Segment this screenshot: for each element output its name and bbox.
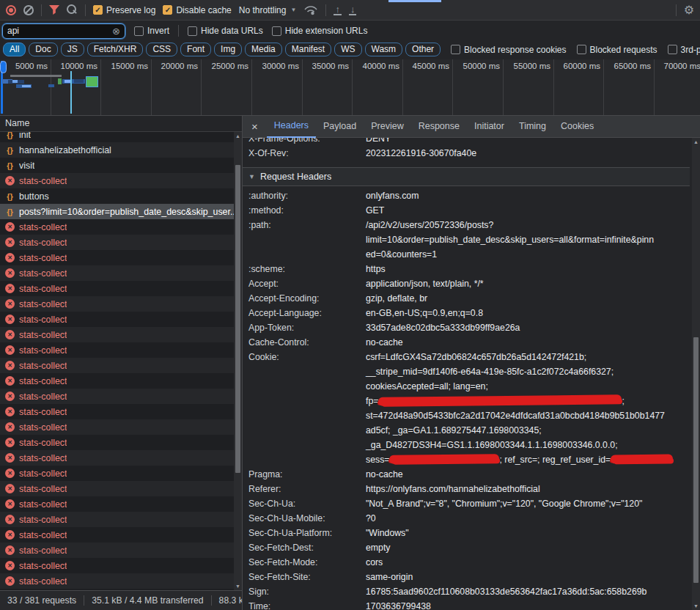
filter-pill-img[interactable]: Img xyxy=(214,43,242,56)
details-scrollbar[interactable]: ▲ ▼ xyxy=(692,138,700,610)
request-row[interactable]: ✕stats-collect xyxy=(0,527,234,543)
filter-pill-fetch-xhr[interactable]: Fetch/XHR xyxy=(87,43,144,56)
export-har-icon[interactable]: ↓ xyxy=(349,5,357,15)
request-row[interactable]: {}visit xyxy=(0,158,234,173)
scroll-up-icon[interactable]: ▲ xyxy=(234,132,242,140)
filter-pill-ws[interactable]: WS xyxy=(334,43,361,56)
name-column-header[interactable]: Name xyxy=(0,116,242,132)
record-network-log-icon[interactable] xyxy=(6,5,16,15)
request-row-selected[interactable]: {}posts?limit=10&order=publish_date_desc… xyxy=(0,204,234,219)
network-conditions-icon[interactable] xyxy=(303,4,318,15)
overview-timeline[interactable]: 5000 ms10000 ms15000 ms20000 ms25000 ms3… xyxy=(0,59,700,116)
filter-pill-doc[interactable]: Doc xyxy=(29,43,57,56)
request-list-scrollbar[interactable]: ▲ ▼ xyxy=(234,132,242,590)
blocked-requests-checkbox[interactable]: Blocked requests xyxy=(577,45,657,55)
invert-checkbox[interactable]: Invert xyxy=(134,26,169,36)
header-value-line: cookiesAccepted=all; lang=en; xyxy=(366,379,673,394)
fetch-json-icon: {} xyxy=(5,146,15,155)
request-row[interactable]: ✕stats-collect xyxy=(0,358,234,373)
filter-pill-js[interactable]: JS xyxy=(61,43,84,56)
header-value: empty xyxy=(366,540,391,555)
filter-pill-css[interactable]: CSS xyxy=(146,43,177,56)
request-row[interactable]: ✕stats-collect xyxy=(0,543,234,558)
right-scrollbar-thumb[interactable] xyxy=(693,337,699,583)
header-value-line: fp=; xyxy=(366,394,673,408)
tab-response[interactable]: Response xyxy=(411,116,467,138)
tab-payload[interactable]: Payload xyxy=(316,116,364,138)
request-row[interactable]: ✕stats-collect xyxy=(0,496,234,512)
request-row[interactable]: ✕stats-collect xyxy=(0,327,234,342)
left-scrollbar-thumb[interactable] xyxy=(235,165,240,473)
request-row[interactable]: ✕stats-collect xyxy=(0,342,234,358)
request-row[interactable]: ✕stats-collect xyxy=(0,173,234,188)
scroll-up-icon[interactable]: ▲ xyxy=(692,138,700,146)
request-row[interactable]: ✕stats-collect xyxy=(0,404,234,419)
request-row[interactable]: {}buttons xyxy=(0,188,234,204)
request-row[interactable]: ✕stats-collect xyxy=(0,466,234,481)
throttling-dropdown[interactable]: No throttling ▼ xyxy=(239,5,297,15)
filter-input[interactable] xyxy=(7,26,112,36)
redaction-scribble xyxy=(611,455,673,464)
blocked-response-cookies-checkbox[interactable]: Blocked response cookies xyxy=(451,45,566,55)
tab-initiator[interactable]: Initiator xyxy=(467,116,512,138)
tab-cookies[interactable]: Cookies xyxy=(553,116,601,138)
hide-data-urls-checkbox[interactable]: Hide data URLs xyxy=(188,26,263,36)
request-row[interactable]: {}hannahelizabethofficial xyxy=(0,142,234,158)
filter-input-box[interactable]: ⊗ xyxy=(2,23,125,39)
header-name: App-Token: xyxy=(248,320,366,335)
clear-filter-icon[interactable]: ⊗ xyxy=(112,26,120,37)
import-har-icon[interactable]: ↑ xyxy=(334,5,342,15)
request-name: stats-collect xyxy=(19,253,67,263)
request-row[interactable]: ✕stats-collect xyxy=(0,235,234,250)
request-name: stats-collect xyxy=(19,561,67,571)
request-row[interactable]: ✕stats-collect xyxy=(0,373,234,389)
request-row[interactable]: ✕stats-collect xyxy=(0,419,234,435)
filter-pill-media[interactable]: Media xyxy=(245,43,282,56)
request-row[interactable]: ✕stats-collect xyxy=(0,296,234,312)
clear-network-log-icon[interactable] xyxy=(23,5,34,15)
collapse-triangle-icon[interactable]: ▼ xyxy=(248,173,255,180)
filter-pill-wasm[interactable]: Wasm xyxy=(365,43,403,56)
request-row[interactable]: ✕stats-collect xyxy=(0,312,234,327)
request-row[interactable]: ✕stats-collect xyxy=(0,281,234,296)
request-row[interactable]: ✕stats-collect xyxy=(0,481,234,496)
request-row[interactable]: ✕stats-collect xyxy=(0,435,234,450)
filter-pill-manifest[interactable]: Manifest xyxy=(285,43,331,56)
scroll-down-icon[interactable]: ▼ xyxy=(234,582,242,590)
close-icon[interactable]: × xyxy=(248,120,267,133)
scroll-down-icon[interactable]: ▼ xyxy=(692,602,700,610)
filter-pill-font[interactable]: Font xyxy=(180,43,211,56)
filter-pill-all[interactable]: All xyxy=(3,43,26,56)
search-icon[interactable] xyxy=(67,4,78,15)
header-value-text: ; xyxy=(622,396,624,406)
header-name: Cache-Control: xyxy=(248,335,366,350)
header-value: /api2/v2/users/20572336/posts?limit=10&o… xyxy=(366,218,654,262)
request-row[interactable]: {}init xyxy=(0,132,234,142)
fetch-json-icon: {} xyxy=(5,192,15,201)
redaction-scribble xyxy=(378,394,622,405)
filter-icon[interactable] xyxy=(49,5,59,15)
error-icon: ✕ xyxy=(5,299,15,309)
error-icon: ✕ xyxy=(5,422,15,432)
tab-headers[interactable]: Headers xyxy=(267,116,316,138)
header-name: Sec-Ch-Ua-Mobile: xyxy=(248,511,366,526)
request-row[interactable]: ✕stats-collect xyxy=(0,389,234,404)
preserve-log-checkbox[interactable]: ✓ Preserve log xyxy=(93,5,155,15)
request-row[interactable]: ✕stats-collect xyxy=(0,573,234,589)
request-name: hannahelizabethofficial xyxy=(19,145,111,155)
tab-preview[interactable]: Preview xyxy=(364,116,410,138)
3rd-party-requests-checkbox[interactable]: 3rd-party requests xyxy=(668,45,700,55)
header-value-line: ad5cf; _ga=GA1.1.689275447.1698003345; xyxy=(366,423,673,438)
request-row[interactable]: ✕stats-collect xyxy=(0,250,234,265)
request-row[interactable]: ✕stats-collect xyxy=(0,512,234,527)
filter-pill-other[interactable]: Other xyxy=(405,43,441,56)
request-headers-section-header[interactable]: ▼ Request Headers xyxy=(243,167,690,186)
disable-cache-checkbox[interactable]: ✓ Disable cache xyxy=(163,5,231,15)
request-row[interactable]: ✕stats-collect xyxy=(0,558,234,573)
request-row[interactable]: ✕stats-collect xyxy=(0,265,234,281)
hide-extension-urls-checkbox[interactable]: Hide extension URLs xyxy=(272,26,368,36)
request-row[interactable]: ✕stats-collect xyxy=(0,450,234,466)
settings-gear-icon[interactable]: ⚙ xyxy=(684,3,694,17)
request-row[interactable]: ✕stats-collect xyxy=(0,219,234,235)
tab-timing[interactable]: Timing xyxy=(512,116,553,138)
